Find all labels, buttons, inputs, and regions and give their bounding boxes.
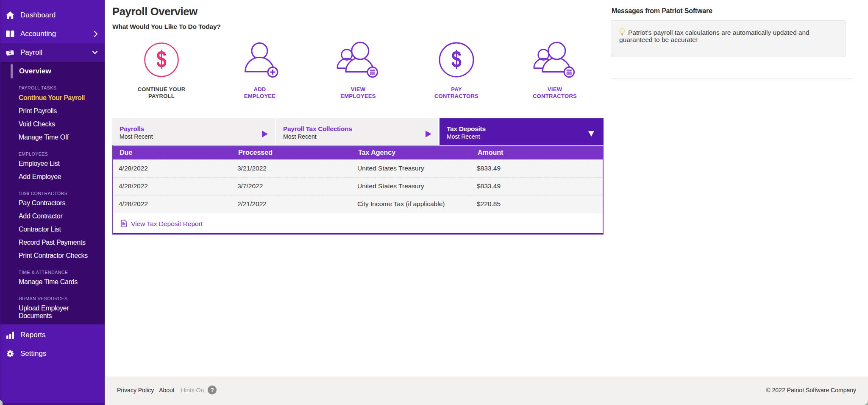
svg-text:$: $ <box>451 46 462 72</box>
svg-text:$: $ <box>156 46 167 72</box>
